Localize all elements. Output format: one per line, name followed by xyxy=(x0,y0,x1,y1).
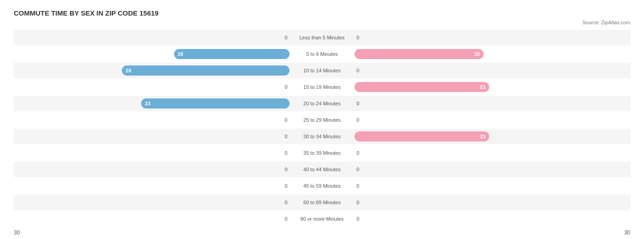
male-bar-container: 0 xyxy=(14,35,291,40)
female-bar-container: 0 xyxy=(353,183,630,189)
row-label: 10 to 14 Minutes xyxy=(291,68,353,73)
female-bar-container: 0 xyxy=(353,68,630,73)
male-zero-label: 0 xyxy=(283,167,289,172)
male-bar-container: 26 xyxy=(14,65,291,76)
chart-row: 035 to 39 Minutes0 xyxy=(14,145,630,161)
row-label: 60 to 89 Minutes xyxy=(291,200,353,205)
male-zero-label: 0 xyxy=(283,35,289,40)
female-bar-container: 20 xyxy=(353,49,630,59)
female-bar-container: 0 xyxy=(353,117,630,123)
male-bar-container: 0 xyxy=(14,167,291,172)
row-label: 30 to 34 Minutes xyxy=(291,134,353,139)
row-label: 40 to 44 Minutes xyxy=(291,167,353,172)
male-zero-label: 0 xyxy=(283,150,289,156)
male-zero-label: 0 xyxy=(283,117,289,123)
female-zero-label: 0 xyxy=(355,117,361,123)
male-zero-label: 0 xyxy=(283,134,289,139)
female-value-label: 20 xyxy=(474,51,480,57)
male-bar-container: 0 xyxy=(14,84,291,90)
female-zero-label: 0 xyxy=(355,216,361,222)
female-bar: 21 xyxy=(355,82,489,92)
female-bar-container: 21 xyxy=(353,82,630,92)
male-bar-container: 0 xyxy=(14,117,291,123)
chart-row: 0Less than 5 Minutes0 xyxy=(14,30,630,45)
female-zero-label: 0 xyxy=(355,68,361,73)
female-zero-label: 0 xyxy=(355,101,361,106)
row-label: 45 to 59 Minutes xyxy=(291,183,353,189)
row-label: 5 to 9 Minutes xyxy=(291,51,353,57)
chart-title: COMMUTE TIME BY SEX IN ZIP CODE 15619 xyxy=(14,9,630,17)
male-bar-container: 0 xyxy=(14,216,291,222)
row-label: 25 to 29 Minutes xyxy=(291,117,353,123)
chart-row: 2320 to 24 Minutes0 xyxy=(14,96,630,111)
male-bar-container: 0 xyxy=(14,200,291,205)
chart-row: 185 to 9 Minutes20 xyxy=(14,46,630,62)
female-bar-container: 0 xyxy=(353,101,630,106)
female-value-label: 21 xyxy=(480,84,486,90)
axis-row: 30 30 xyxy=(14,229,630,236)
male-bar: 23 xyxy=(141,98,289,109)
chart-row: 045 to 59 Minutes0 xyxy=(14,178,630,194)
male-zero-label: 0 xyxy=(283,200,289,205)
female-zero-label: 0 xyxy=(355,167,361,172)
male-bar-container: 0 xyxy=(14,150,291,156)
male-bar-container: 0 xyxy=(14,134,291,139)
female-zero-label: 0 xyxy=(355,35,361,40)
female-bar-container: 21 xyxy=(353,131,630,141)
row-label: 20 to 24 Minutes xyxy=(291,101,353,106)
male-value-label: 26 xyxy=(126,68,131,73)
axis-left: 30 xyxy=(14,229,20,236)
male-value-label: 18 xyxy=(178,51,183,57)
female-bar-container: 0 xyxy=(353,167,630,172)
female-value-label: 21 xyxy=(480,134,486,139)
axis-right: 30 xyxy=(624,229,630,236)
male-zero-label: 0 xyxy=(283,84,289,90)
row-label: Less than 5 Minutes xyxy=(291,35,353,40)
female-zero-label: 0 xyxy=(355,183,361,189)
female-bar: 21 xyxy=(355,131,489,141)
male-zero-label: 0 xyxy=(283,183,289,189)
chart-row: 060 to 89 Minutes0 xyxy=(14,195,630,210)
male-bar-container: 0 xyxy=(14,183,291,189)
row-label: 35 to 39 Minutes xyxy=(291,150,353,156)
female-bar-container: 0 xyxy=(353,150,630,156)
female-bar-container: 0 xyxy=(353,35,630,40)
female-zero-label: 0 xyxy=(355,200,361,205)
male-bar-container: 23 xyxy=(14,98,291,109)
chart-row: 030 to 34 Minutes21 xyxy=(14,129,630,144)
chart-row: 025 to 29 Minutes0 xyxy=(14,112,630,128)
male-bar-container: 18 xyxy=(14,49,291,59)
chart-row: 2610 to 14 Minutes0 xyxy=(14,63,630,78)
female-bar: 20 xyxy=(355,49,483,59)
male-zero-label: 0 xyxy=(283,216,289,222)
female-bar-container: 0 xyxy=(353,200,630,205)
chart-row: 040 to 44 Minutes0 xyxy=(14,162,630,177)
female-bar-container: 0 xyxy=(353,216,630,222)
row-label: 90 or more Minutes xyxy=(291,216,353,222)
male-value-label: 23 xyxy=(145,101,150,106)
male-bar: 18 xyxy=(174,49,289,59)
chart-row: 015 to 19 Minutes21 xyxy=(14,79,630,95)
chart-area: 0Less than 5 Minutes0185 to 9 Minutes202… xyxy=(14,30,630,227)
male-bar: 26 xyxy=(122,65,289,76)
female-zero-label: 0 xyxy=(355,150,361,156)
row-label: 15 to 19 Minutes xyxy=(291,84,353,90)
chart-row: 090 or more Minutes0 xyxy=(14,211,630,227)
source-label: Source: ZipAtlas.com xyxy=(14,20,630,25)
